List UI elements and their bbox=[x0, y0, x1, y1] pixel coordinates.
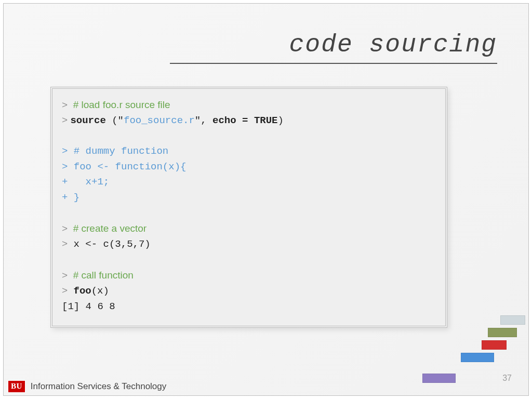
paren: ) bbox=[277, 115, 283, 126]
code-line-9: > # create a vector bbox=[62, 221, 436, 236]
code-line-2: > source ("foo_source.r", echo = TRUE) bbox=[62, 112, 436, 128]
code-line-5: > foo <- function(x){ bbox=[62, 159, 436, 175]
comment: # create a vector bbox=[70, 223, 147, 234]
code-line-7: + } bbox=[62, 190, 436, 205]
code-blank bbox=[62, 205, 436, 220]
prompt: > bbox=[62, 238, 68, 249]
deco-block-4 bbox=[422, 374, 456, 383]
fn-arg: (x) bbox=[91, 285, 109, 297]
code-line-4: > # dummy function bbox=[62, 144, 436, 159]
code-line-1: > # load foo.r source file bbox=[62, 97, 436, 112]
code-box: > # load foo.r source file > source ("fo… bbox=[50, 87, 447, 328]
comment: # call function bbox=[70, 270, 133, 281]
comment: # load foo.r source file bbox=[70, 99, 170, 110]
deco-block-3 bbox=[461, 353, 494, 362]
prompt: > bbox=[62, 285, 68, 296]
code-blank bbox=[62, 129, 436, 144]
code: x <- c(3,5,7) bbox=[68, 238, 151, 250]
quote: " bbox=[118, 115, 124, 126]
prompt: > bbox=[62, 223, 70, 234]
code-line-14: [1] 4 6 8 bbox=[62, 299, 436, 314]
code-line-13: > foo(x) bbox=[62, 283, 436, 299]
comma: , bbox=[201, 115, 212, 126]
code-line-6: + x+1; bbox=[62, 175, 436, 190]
deco-block-2 bbox=[482, 340, 507, 350]
footer-org-text: Information Services & Technology bbox=[31, 381, 166, 392]
prompt: > bbox=[62, 270, 70, 281]
prompt: > bbox=[62, 114, 70, 125]
prompt: > bbox=[62, 99, 70, 110]
deco-block-0 bbox=[500, 315, 525, 325]
keyword-source: source bbox=[70, 115, 105, 126]
slide-title: code sourcing bbox=[170, 31, 497, 59]
arg-echo: echo = TRUE bbox=[212, 115, 277, 126]
deco-block-1 bbox=[488, 328, 517, 337]
bu-logo-badge: BU bbox=[8, 380, 25, 393]
filename-string: foo_source.r bbox=[124, 115, 195, 126]
slide-frame: code sourcing > # load foo.r source file… bbox=[3, 3, 529, 396]
quote: " bbox=[195, 115, 201, 126]
fn-name: foo bbox=[68, 285, 91, 297]
code-blank bbox=[62, 252, 436, 267]
title-underline: code sourcing bbox=[170, 31, 497, 64]
paren: ( bbox=[106, 115, 118, 126]
code-line-12: > # call function bbox=[62, 268, 436, 283]
code-line-10: > x <- c(3,5,7) bbox=[62, 236, 436, 252]
